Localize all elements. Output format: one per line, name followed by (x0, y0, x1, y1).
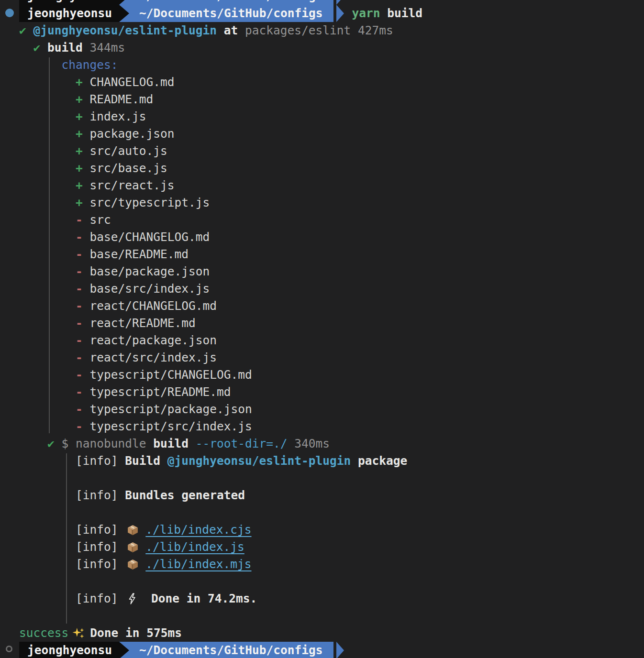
prompt-arrow-separator (119, 642, 129, 658)
package-icon (127, 559, 139, 570)
plus-icon: + (76, 91, 83, 108)
text-segment (19, 211, 76, 229)
removed-file-line: - base/README.md (19, 246, 644, 263)
text-segment (19, 366, 76, 384)
added-file-line: + src/typescript.js (19, 194, 644, 211)
text-segment (19, 280, 76, 297)
minus-icon: - (76, 280, 83, 297)
minus-icon: - (76, 366, 83, 384)
removed-file-line: - base/src/index.js (19, 280, 644, 297)
minus-icon: - (76, 297, 83, 315)
text-segment (19, 39, 33, 56)
file-name: react/README.md (83, 315, 196, 332)
removed-file-line: - src (19, 211, 644, 229)
minus-icon: - (76, 246, 83, 263)
package-name: @junghyeonsu/eslint-plugin (167, 452, 351, 470)
bundle-link-line: [info] ./lib/index.mjs (19, 556, 644, 573)
text-segment (19, 418, 76, 435)
removed-file-line: - base/package.json (19, 263, 644, 280)
text-segment (19, 194, 76, 211)
prompt-path: ~/Documents/GitHub/configs (139, 0, 323, 5)
task-header-line: ✔ @junghyeonsu/eslint-plugin at packages… (19, 22, 644, 39)
minus-icon: - (76, 211, 83, 229)
added-file-line: + index.js (19, 108, 644, 125)
prompt-arrow-tip (336, 0, 344, 5)
bundle-link-line: [info] ./lib/index.js (19, 538, 644, 556)
added-file-line: + README.md (19, 91, 644, 108)
changes-label-line: changes: (19, 56, 644, 74)
plus-icon: + (76, 194, 83, 211)
package-icon (127, 541, 139, 553)
text-segment (19, 297, 76, 315)
text-segment (19, 74, 76, 91)
file-name: typescript/package.json (83, 401, 252, 418)
prompt-path-segment: ~/Documents/GitHub/configs (119, 0, 333, 5)
check-icon: ✔ (33, 39, 48, 56)
file-name: src/typescript.js (83, 194, 210, 211)
text-segment: package (351, 452, 407, 470)
minus-icon: - (76, 229, 83, 246)
removed-file-line: - base/CHANGELOG.md (19, 229, 644, 246)
text-segment (19, 229, 76, 246)
removed-file-line: - typescript/src/index.js (19, 418, 644, 435)
prompt-user-segment: jeonghyeonsu (19, 642, 119, 658)
script-command: $ nanobundle (62, 435, 154, 452)
removed-file-line: - react/package.json (19, 332, 644, 349)
info-build-line: [info] Build @junghyeonsu/eslint-plugin … (19, 452, 644, 470)
plus-icon: + (76, 160, 83, 177)
info-tag: [info] (19, 556, 125, 573)
text-segment: at (224, 22, 238, 39)
prompt-username: jeonghyeonsu (27, 5, 112, 22)
text-segment (19, 452, 76, 470)
text-segment (19, 108, 76, 125)
prompt-user-segment: jeonghyeonsu (19, 5, 119, 22)
file-name: base/src/index.js (83, 280, 210, 297)
text-segment (19, 401, 76, 418)
block-start-marker (5, 9, 14, 17)
prompt-path: ~/Documents/GitHub/configs (139, 5, 323, 22)
minus-icon: - (76, 332, 83, 349)
prompt-path-segment: ~/Documents/GitHub/configs (119, 642, 333, 658)
script-subcommand: build (153, 435, 189, 452)
blank-line (19, 470, 644, 487)
success-line: successDone in 575ms (19, 625, 644, 642)
package-name: @junghyeonsu/eslint-plugin (33, 22, 217, 39)
text-segment (189, 435, 196, 452)
prompt-user-segment: jeonghyeonsu (19, 0, 119, 5)
script-command-line: ✔ $ nanobundle build --root-dir=./ 340ms (19, 435, 644, 452)
minus-icon: - (76, 263, 83, 280)
bundle-file-link[interactable]: ./lib/index.cjs (145, 521, 251, 538)
text-segment (19, 177, 76, 194)
info-tag: [info] (19, 487, 125, 504)
blank-line (19, 607, 644, 625)
text-segment: Build (125, 452, 167, 470)
task-duration: 344ms (90, 39, 125, 56)
blank-line (19, 573, 644, 590)
text-segment (19, 160, 76, 177)
file-name: README.md (83, 91, 154, 108)
file-name: src/auto.js (83, 143, 167, 160)
text-segment (19, 263, 76, 280)
minus-icon: - (76, 349, 83, 366)
plus-icon: + (76, 125, 83, 143)
text-segment (19, 384, 76, 401)
lightning-icon (128, 593, 136, 604)
removed-file-line: - typescript/CHANGELOG.md (19, 366, 644, 384)
task-location-duration: packages/eslint 427ms (245, 22, 393, 39)
plus-icon: + (76, 143, 83, 160)
command-argument: build (387, 5, 422, 22)
terminal-window[interactable]: jeonghyeonsu ~/Documents/GitHub/configs … (0, 0, 644, 658)
next-prompt-row: jeonghyeonsu ~/Documents/GitHub/configs (0, 642, 644, 658)
bundle-file-link[interactable]: ./lib/index.js (145, 538, 244, 556)
added-file-line: + src/react.js (19, 177, 644, 194)
info-bundles-line: [info] Bundles generated (19, 487, 644, 504)
plus-icon: + (76, 177, 83, 194)
prompt-username: jeonghyeonsu (27, 642, 112, 658)
total-duration: Done in 575ms (90, 625, 182, 642)
bundle-file-link[interactable]: ./lib/index.mjs (145, 556, 251, 573)
bundle-link-line: [info] ./lib/index.cjs (19, 521, 644, 538)
file-name: typescript/src/index.js (83, 418, 252, 435)
minus-icon: - (76, 401, 83, 418)
prompt-arrow-tip (336, 5, 344, 22)
text-segment (19, 143, 76, 160)
